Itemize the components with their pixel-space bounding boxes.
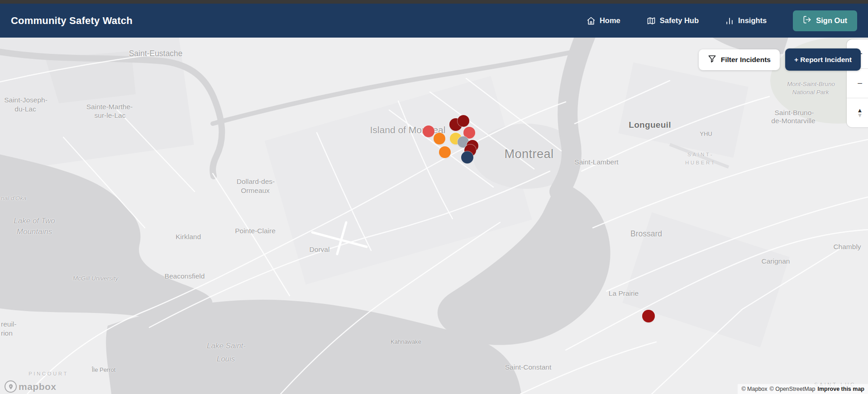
home-icon: [587, 16, 596, 25]
incident-marker[interactable]: [461, 151, 473, 163]
map-label: McGill University: [73, 275, 119, 282]
map-label: Pointe-Claire: [235, 227, 276, 235]
map-label: PINCOURT: [29, 371, 68, 376]
mapbox-attribution-link[interactable]: © Mapbox: [741, 386, 767, 392]
incident-marker[interactable]: [439, 146, 451, 158]
map-base-tiles: [0, 38, 868, 394]
nav-label: Home: [600, 16, 620, 25]
compass-button[interactable]: ▲ ▼: [847, 98, 868, 127]
nav-label: Safety Hub: [660, 16, 699, 25]
map-label: Beaconsfield: [165, 272, 205, 280]
map-label: Brossard: [630, 229, 662, 239]
nav-item-insights[interactable]: Insights: [725, 16, 767, 25]
mapbox-pin-icon: [5, 380, 17, 393]
map-label: HUBERT: [685, 160, 716, 165]
compass-down-icon: ▼: [857, 113, 863, 118]
map-label: Saint-Eustache: [129, 49, 183, 58]
incident-marker[interactable]: [642, 310, 655, 322]
sign-out-label: Sign Out: [816, 16, 847, 25]
map-label: Ormeaux: [241, 187, 270, 195]
map-icon: [647, 16, 656, 25]
map-canvas[interactable]: Saint-EustacheSaint-Joseph-du-LacSainte-…: [0, 38, 868, 394]
map-label: Saint-Constant: [505, 363, 552, 371]
map-label: Montreal: [504, 147, 553, 161]
map-toolbar: Filter Incidents + Report Incident: [699, 48, 861, 71]
map-label: YHU: [700, 130, 712, 137]
report-label: + Report Incident: [794, 56, 852, 63]
map-label: National Park: [792, 89, 829, 96]
mapbox-logo[interactable]: mapbox: [5, 380, 57, 393]
map-label: de-Montarville: [771, 117, 815, 125]
zoom-out-button[interactable]: −: [847, 69, 868, 98]
map-label: nal d'Oka: [1, 195, 27, 202]
filter-incidents-button[interactable]: Filter Incidents: [699, 49, 780, 70]
map-label: Kahnawake: [391, 338, 421, 345]
nav-item-home[interactable]: Home: [587, 16, 620, 25]
map-label: Dollard-des-: [237, 178, 275, 186]
bar-chart-icon: [725, 16, 734, 25]
window-chrome-strip: [0, 0, 868, 4]
map-label: Saint-Joseph-: [4, 96, 48, 104]
map-label: sur-le-Lac: [95, 111, 126, 120]
mapbox-wordmark: mapbox: [19, 381, 57, 392]
map-label: Chambly: [833, 243, 861, 251]
map-label: Mont-Saint-Bruno: [787, 81, 835, 87]
sign-out-button[interactable]: Sign Out: [793, 10, 857, 31]
incident-marker[interactable]: [434, 133, 445, 144]
map-label: Longueuil: [629, 120, 671, 130]
app-header: Community Safety Watch Home Safety Hub: [0, 4, 868, 38]
filter-label: Filter Incidents: [721, 56, 771, 64]
map-label: Lake of Two: [14, 216, 55, 226]
nav-item-safety-hub[interactable]: Safety Hub: [647, 16, 699, 25]
map-label: Kirkland: [176, 233, 201, 241]
map-label: Saint-Lambert: [574, 158, 618, 166]
log-out-icon: [803, 15, 811, 26]
map-label: Île Perrot: [92, 366, 116, 373]
main-nav: Home Safety Hub Insights: [587, 10, 857, 31]
map-label: Mountains: [17, 227, 52, 236]
app-title: Community Safety Watch: [11, 15, 133, 27]
map-label: du-Lac: [14, 105, 36, 113]
nav-label: Insights: [738, 16, 767, 25]
map-label: Sainte-Marthe-: [86, 103, 133, 111]
map-label: Carignan: [762, 257, 790, 265]
map-label: reuil-: [1, 320, 16, 328]
map-label: Saint-Bruno-: [774, 109, 814, 117]
map-label: La Prairie: [609, 289, 639, 298]
improve-map-link[interactable]: Improve this map: [818, 386, 865, 392]
map-label: SAINT-: [687, 152, 714, 157]
map-attribution: © Mapbox © OpenStreetMap Improve this ma…: [738, 384, 868, 394]
report-incident-button[interactable]: + Report Incident: [785, 48, 861, 71]
funnel-icon: [708, 54, 716, 65]
incident-marker[interactable]: [423, 125, 434, 137]
osm-attribution-link[interactable]: © OpenStreetMap: [770, 386, 816, 392]
map-label: rion: [1, 329, 13, 337]
incident-marker[interactable]: [458, 115, 469, 127]
map-label: Dorval: [310, 245, 330, 254]
map-label: Louis: [217, 355, 235, 364]
map-label: Lake Saint-: [207, 341, 246, 351]
